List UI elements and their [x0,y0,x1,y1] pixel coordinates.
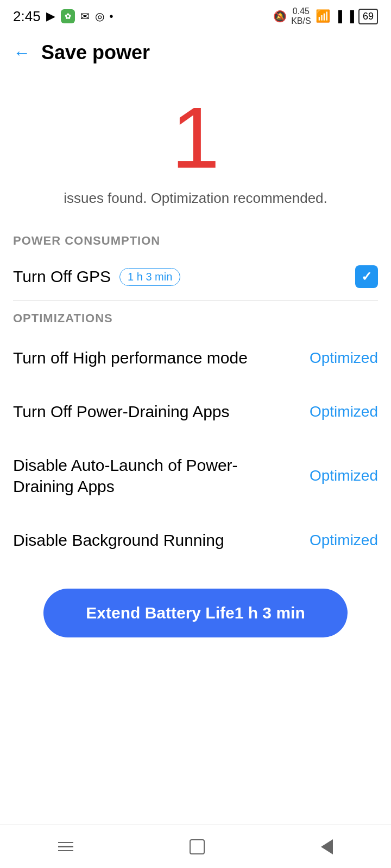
opt-label-3: Disable Background Running [13,529,224,551]
gps-checkbox[interactable] [355,265,378,288]
navigation-bar [0,825,391,868]
status-left: 2:45 ▶ ✿ ✉ ◎ • [13,8,113,25]
status-time: 2:45 [13,8,41,25]
issues-count: 1 [172,94,220,181]
youtube-icon: ▶ [46,9,55,23]
network-speed: 0.45 KB/S [291,7,311,25]
issues-description: issues found. Optimization recommended. [64,190,327,207]
optimization-item-0: Turn off High performance mode Optimized [0,331,391,385]
signal-icon-2: ▐ [346,10,354,23]
status-bar: 2:45 ▶ ✿ ✉ ◎ • 🔕 0.45 KB/S 📶 ▐ ▐ 69 [0,0,391,30]
wifi-icon: 📶 [316,9,330,23]
opt-label-0: Turn off High performance mode [13,347,248,368]
extend-battery-button[interactable]: Extend Battery Life1 h 3 min [43,589,348,637]
opt-label-1: Turn Off Power-Draining Apps [13,401,230,422]
page-header: ← Save power [0,33,391,73]
power-consumption-section-label: POWER CONSUMPTION [0,223,391,253]
signal-icon-1: ▐ [335,10,342,23]
back-button[interactable]: ← [13,43,30,63]
dot-icon: • [110,10,113,23]
opt-label-2: Disable Auto-Launch of Power-Draining Ap… [13,455,263,497]
optimization-item-1: Turn Off Power-Draining Apps Optimized [0,385,391,438]
opt-status-2: Optimized [310,467,378,484]
nav-menu-button[interactable] [58,842,73,852]
gps-label: Turn Off GPS [13,267,111,286]
opt-status-1: Optimized [310,403,378,420]
opt-status-0: Optimized [310,349,378,367]
battery-indicator: 69 [358,9,378,24]
gps-item-left: Turn Off GPS 1 h 3 min [13,267,180,286]
gmail-icon: ✉ [80,10,90,23]
app-icon-green: ✿ [61,9,75,23]
gps-power-item: Turn Off GPS 1 h 3 min [0,253,391,300]
opt-status-3: Optimized [310,532,378,549]
issues-section: 1 issues found. Optimization recommended… [0,73,391,223]
extend-btn-container: Extend Battery Life1 h 3 min [0,567,391,665]
gps-time-badge: 1 h 3 min [119,268,180,286]
instagram-icon: ◎ [95,10,104,23]
status-right: 🔕 0.45 KB/S 📶 ▐ ▐ 69 [273,7,378,25]
optimizations-section-label: OPTIMIZATIONS [0,301,391,331]
optimization-item-2: Disable Auto-Launch of Power-Draining Ap… [0,438,391,513]
nav-back-button[interactable] [321,839,333,854]
optimization-item-3: Disable Background Running Optimized [0,513,391,567]
mute-icon: 🔕 [273,10,287,23]
nav-home-button[interactable] [190,839,205,854]
page-title: Save power [41,41,150,64]
